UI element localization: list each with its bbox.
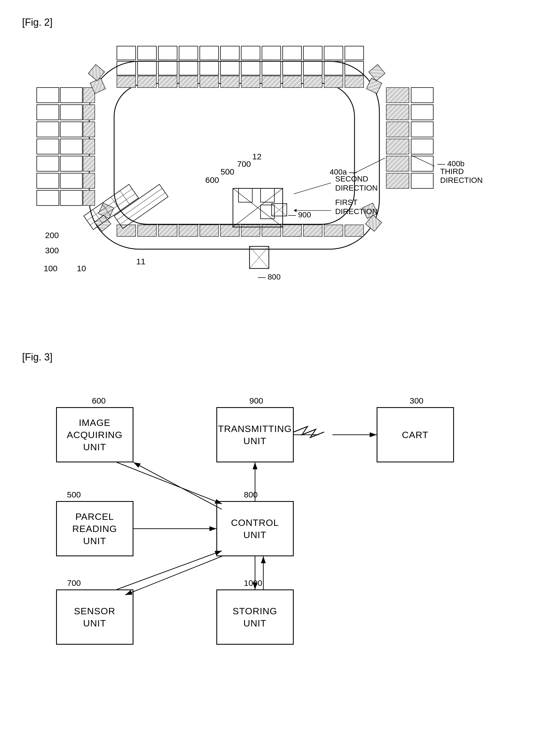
svg-rect-48 [60,105,82,120]
svg-rect-46 [37,190,59,206]
svg-rect-19 [179,61,198,75]
svg-rect-5 [137,46,156,60]
svg-text:— 800: — 800 [258,273,281,281]
label-600: 600 [92,396,106,405]
svg-rect-50 [60,139,82,154]
svg-rect-32 [200,76,219,88]
svg-rect-34 [241,76,260,88]
svg-rect-83 [241,225,260,236]
svg-rect-22 [241,61,260,75]
svg-rect-72 [386,105,409,120]
svg-rect-33 [221,76,239,88]
svg-rect-69 [411,156,433,171]
svg-rect-88 [345,225,364,236]
block-storing: STORING UNIT [216,589,294,645]
svg-rect-62 [88,64,104,81]
svg-rect-7 [179,46,198,60]
fig3-label: [Fig. 3] [22,351,532,363]
label-200: 200 [45,231,59,240]
svg-rect-78 [137,225,156,236]
label-12: 12 [252,152,261,161]
label-700: 700 [237,159,251,169]
svg-rect-55 [83,105,95,120]
svg-rect-112 [114,184,168,228]
block-control-label: CONTROL UNIT [231,517,279,541]
svg-rect-98 [261,205,274,219]
svg-rect-8 [200,46,219,60]
svg-text:THIRD: THIRD [440,167,464,176]
svg-rect-81 [200,225,219,236]
svg-rect-37 [303,76,322,88]
svg-rect-30 [158,76,177,88]
block-sensor: SENSOR UNIT [56,589,133,645]
block-transmitting: TRANSMITTING UNIT [216,407,294,462]
belt-left [83,88,95,206]
block-parcel-reading: PARCEL READING UNIT [56,501,133,556]
svg-line-135 [117,551,222,589]
svg-line-116 [353,158,385,174]
svg-rect-40 [37,88,59,103]
block-storing-label: STORING UNIT [233,605,277,629]
svg-rect-76 [386,173,409,188]
svg-rect-67 [411,122,433,137]
label-500: 500 [67,490,81,500]
svg-rect-26 [324,61,343,75]
block-sensor-label: SENSOR UNIT [74,605,115,629]
svg-text:SECOND: SECOND [335,175,368,183]
svg-rect-49 [60,122,82,137]
block-transmitting-label: TRANSMITTING UNIT [218,423,292,447]
svg-rect-87 [324,225,343,236]
svg-rect-29 [137,76,156,88]
block-parcel-reading-label: PARCEL READING UNIT [72,511,117,547]
svg-rect-65 [411,88,433,103]
svg-rect-17 [137,61,156,75]
svg-line-132 [117,462,222,504]
svg-line-136 [125,556,222,595]
svg-line-111 [120,190,129,204]
svg-rect-77 [117,225,136,236]
fig3-diagram: IMAGE ACQUIRING UNIT 600 TRANSMITTING UN… [29,380,526,650]
svg-text:— 900: — 900 [288,211,311,219]
block-cart-label: CART [402,429,429,441]
belt-top [117,76,364,88]
svg-rect-57 [83,139,95,154]
svg-rect-39 [345,76,364,88]
svg-rect-10 [241,46,260,60]
svg-rect-53 [60,190,82,206]
svg-rect-31 [179,76,198,88]
svg-rect-44 [37,156,59,171]
svg-rect-45 [37,173,59,188]
svg-rect-58 [83,156,95,171]
block-cart: CART [377,407,454,462]
fig2-svg: 200 300 100 10 11 600 500 700 12 400a — … [29,39,526,329]
svg-rect-75 [386,156,409,171]
svg-line-113 [117,188,162,220]
svg-rect-60 [83,190,95,206]
svg-rect-21 [221,61,239,75]
svg-rect-18 [158,61,177,75]
svg-rect-38 [324,76,343,88]
svg-rect-51 [60,156,82,171]
svg-text:DIRECTION: DIRECTION [440,176,483,184]
svg-rect-66 [411,105,433,120]
svg-rect-82 [221,225,239,236]
svg-rect-59 [83,173,95,188]
svg-line-107 [90,193,135,225]
svg-rect-52 [60,173,82,188]
block-control: CONTROL UNIT [216,501,294,556]
label-700: 700 [67,578,81,588]
block-image-acquiring: IMAGE ACQUIRING UNIT [56,407,133,462]
svg-rect-56 [83,122,95,137]
svg-rect-6 [158,46,177,60]
svg-rect-4 [117,46,136,60]
svg-line-127 [294,183,331,194]
svg-rect-85 [283,225,301,236]
svg-rect-28 [117,76,136,88]
belt-bottom [117,225,364,236]
svg-rect-9 [221,46,239,60]
svg-rect-20 [200,61,219,75]
svg-rect-80 [179,225,198,236]
svg-rect-68 [411,139,433,154]
svg-rect-42 [37,122,59,137]
svg-rect-13 [303,46,322,60]
